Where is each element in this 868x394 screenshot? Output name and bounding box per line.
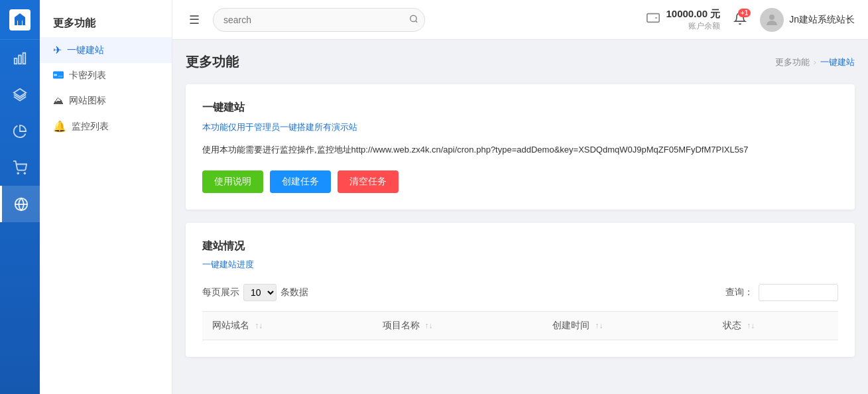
svg-rect-2: [15, 58, 17, 64]
sidebar-icon-chart[interactable]: [0, 40, 40, 76]
balance-label: 账户余额: [666, 21, 720, 32]
search-input[interactable]: [213, 8, 425, 32]
query-input[interactable]: [759, 284, 838, 301]
sort-icon-project: ↑↓: [425, 321, 433, 330]
sidebar-icon-layers[interactable]: [0, 76, 40, 113]
icon-sidebar: [0, 0, 40, 394]
sidebar-item-card-list[interactable]: 卡密列表: [40, 63, 172, 88]
page-size-prefix: 每页展示: [202, 287, 239, 298]
breadcrumb-current: 一键建站: [820, 56, 855, 68]
svg-rect-15: [647, 14, 659, 23]
quick-build-card-link: 使用本功能需要进行监控操作,监控地址http://www.web.zx4k.cn…: [202, 143, 838, 157]
create-task-button[interactable]: 创建任务: [270, 170, 331, 193]
svg-line-14: [416, 21, 418, 23]
sidebar-item-label-site-icon: 网站图标: [69, 95, 106, 107]
build-status-card: 建站情况 一键建站进度 每页展示 10 20 50 条数据 查询：: [186, 223, 855, 357]
page-title: 更多功能: [186, 53, 239, 71]
svg-rect-4: [23, 52, 26, 64]
svg-rect-12: [58, 76, 63, 77]
sidebar-item-monitor-list[interactable]: 🔔 监控列表: [40, 113, 172, 139]
hamburger-button[interactable]: ☰: [186, 9, 203, 31]
breadcrumb: 更多功能 › 一键建站: [775, 56, 855, 68]
svg-point-16: [769, 15, 775, 20]
sort-icon-created: ↑↓: [595, 321, 603, 330]
sidebar-item-label-card-list: 卡密列表: [69, 70, 106, 82]
balance-section: 10000.00 元 账户余额: [646, 8, 720, 32]
sort-icon-status: ↑↓: [747, 321, 755, 330]
search-box: [213, 8, 425, 32]
header-right: 10000.00 元 账户余额 +1 Jn建站系统站长: [646, 8, 855, 32]
table-controls-left: 每页展示 10 20 50 条数据: [202, 284, 308, 301]
sidebar-icon-cart[interactable]: [0, 149, 40, 186]
site-icon-icon: ⛰: [53, 95, 64, 107]
notification-badge: +1: [738, 9, 751, 17]
sidebar-icon-globe[interactable]: [0, 186, 40, 222]
card-list-icon: [53, 70, 64, 82]
page-size-select[interactable]: 10 20 50: [243, 284, 277, 301]
sidebar-section-title: 更多功能: [40, 7, 172, 37]
quick-build-card-subtitle: 本功能仅用于管理员一键搭建所有演示站: [202, 121, 838, 133]
wallet-icon: [646, 11, 660, 29]
page-content: 更多功能 更多功能 › 一键建站 一键建站 本功能仅用于管理员一键搭建所有演示站…: [172, 40, 868, 394]
quick-build-btn-group: 使用说明 创建任务 清空任务: [202, 170, 838, 193]
notification-button[interactable]: +1: [733, 12, 747, 27]
content-area: ☰ 10000.00 元 账户余额: [172, 0, 868, 394]
main-sidebar: 更多功能 ✈ 一键建站 卡密列表 ⛰ 网站图标 🔔 监控列表: [40, 0, 172, 394]
top-header: ☰ 10000.00 元 账户余额: [172, 0, 868, 40]
breadcrumb-separator: ›: [814, 57, 816, 67]
page-header: 更多功能 更多功能 › 一键建站: [186, 53, 855, 71]
query-label: 查询：: [725, 287, 753, 298]
table-header-domain[interactable]: 网站域名 ↑↓: [202, 311, 373, 340]
quick-build-card-title: 一键建站: [202, 101, 838, 115]
logo-area: [0, 0, 40, 40]
table-header-created[interactable]: 创建时间 ↑↓: [542, 311, 713, 340]
logo-icon: [9, 9, 31, 31]
sort-icon-domain: ↑↓: [255, 321, 263, 330]
usage-guide-button[interactable]: 使用说明: [202, 170, 263, 193]
sidebar-item-quick-build[interactable]: ✈ 一键建站: [40, 37, 172, 63]
sidebar-icon-pie[interactable]: [0, 113, 40, 149]
table-header-project[interactable]: 项目名称 ↑↓: [373, 311, 543, 340]
svg-point-7: [24, 172, 25, 174]
breadcrumb-root: 更多功能: [775, 56, 810, 68]
balance-amount: 10000.00 元: [666, 8, 720, 21]
user-section[interactable]: Jn建站系统站长: [760, 8, 855, 32]
svg-rect-11: [54, 74, 57, 76]
user-name: Jn建站系统站长: [789, 14, 855, 26]
clear-task-button[interactable]: 清空任务: [338, 170, 399, 193]
quick-build-icon: ✈: [53, 44, 62, 56]
monitor-icon: 🔔: [53, 120, 66, 133]
sidebar-item-site-icon[interactable]: ⛰ 网站图标: [40, 88, 172, 113]
quick-build-card: 一键建站 本功能仅用于管理员一键搭建所有演示站 使用本功能需要进行监控操作,监控…: [186, 84, 855, 210]
sidebar-item-label-quick-build: 一键建站: [67, 44, 104, 56]
sidebar-item-label-monitor: 监控列表: [72, 121, 109, 133]
svg-point-13: [410, 15, 416, 21]
svg-rect-1: [18, 21, 22, 25]
page-size-suffix: 条数据: [280, 287, 308, 298]
build-status-table: 网站域名 ↑↓ 项目名称 ↑↓ 创建时间 ↑↓ 状态: [202, 311, 838, 340]
table-controls-right: 查询：: [725, 284, 838, 301]
balance-info: 10000.00 元 账户余额: [666, 8, 720, 32]
build-status-sub: 一键建站进度: [202, 259, 838, 271]
build-status-title: 建站情况: [202, 239, 838, 253]
svg-rect-3: [19, 55, 21, 64]
user-avatar: [760, 8, 784, 32]
table-controls: 每页展示 10 20 50 条数据 查询：: [202, 284, 838, 301]
table-header-status[interactable]: 状态 ↑↓: [713, 311, 838, 340]
svg-point-6: [17, 172, 19, 174]
search-icon[interactable]: [409, 14, 418, 25]
